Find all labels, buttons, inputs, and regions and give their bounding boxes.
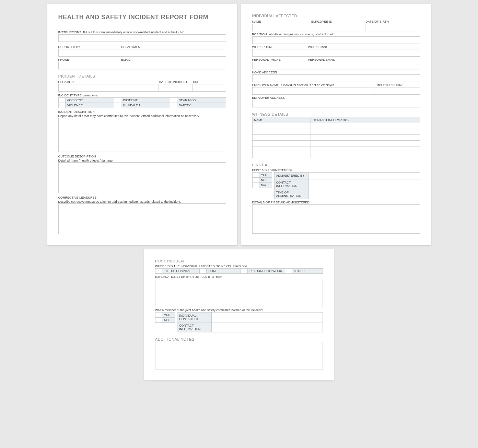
- personal-email-input[interactable]: [308, 62, 420, 69]
- employer-address-input[interactable]: [252, 100, 420, 107]
- firstaid-details-input[interactable]: [252, 204, 420, 234]
- reported-by-input[interactable]: [58, 49, 121, 57]
- table-row: [252, 146, 420, 152]
- where-option-work[interactable]: RETURNED TO WORK: [241, 268, 285, 274]
- firstaid-details-label: DETAILS OF FIRST AID ADMINISTERED: [252, 201, 420, 204]
- employer-name-label: EMPLOYER NAME if individual affected is …: [252, 83, 375, 87]
- firstaid-options: YES NO N/A: [252, 172, 272, 199]
- table-row: [252, 123, 420, 129]
- work-email-label: WORK EMAIL: [308, 45, 420, 49]
- incident-type-grid: ACCIDENT INCIDENT NEAR MISS VIOLENCE ILL…: [58, 97, 226, 108]
- location-input[interactable]: [58, 84, 159, 92]
- reported-by-label: REPORTED BY: [58, 45, 121, 49]
- time-input[interactable]: [193, 84, 226, 92]
- witness-table: NAMECONTACT INFORMATION: [252, 117, 420, 158]
- committee-options: YES NO: [155, 312, 175, 332]
- firstaid-admin-by-input[interactable]: [309, 173, 420, 179]
- additional-notes-heading: ADDITIONAL NOTES: [155, 337, 323, 341]
- table-row: [252, 141, 420, 146]
- firstaid-contact-input[interactable]: [309, 179, 420, 189]
- where-option-hospital[interactable]: TO THE HOSPITAL: [155, 268, 200, 274]
- witness-name-cell[interactable]: [252, 141, 311, 146]
- page-3: POST INCIDENT WHERE DID THE INDIVIDUAL A…: [144, 249, 334, 380]
- incident-type-option[interactable]: SAFETY: [170, 103, 226, 108]
- witness-contact-cell[interactable]: [311, 146, 420, 152]
- table-row: [252, 152, 420, 158]
- committee-contact-input[interactable]: [212, 322, 323, 332]
- phone-input[interactable]: [58, 62, 121, 69]
- email-input[interactable]: [121, 62, 226, 69]
- employee-id-input[interactable]: [311, 24, 365, 31]
- page-1: HEALTH AND SAFETY INCIDENT REPORT FORM I…: [47, 4, 237, 245]
- dob-input[interactable]: [365, 24, 420, 31]
- incident-details-heading: INCIDENT DETAILS: [58, 74, 226, 78]
- incident-type-option[interactable]: INCIDENT: [114, 97, 170, 103]
- work-email-input[interactable]: [308, 49, 420, 57]
- committee-option-no[interactable]: NO: [155, 318, 175, 323]
- explanation-label: EXPLANATION / FURTHER DETAILS IF OTHER: [155, 275, 323, 279]
- form-title: HEALTH AND SAFETY INCIDENT REPORT FORM: [58, 14, 226, 21]
- committee-contact-label: CONTACT INFORMATION: [177, 322, 212, 332]
- incident-type-option[interactable]: ILL HEALTH: [114, 103, 170, 108]
- witness-col-name: NAME: [252, 117, 311, 123]
- witness-name-cell[interactable]: [252, 146, 311, 152]
- personal-email-label: PERSONAL EMAIL: [308, 58, 420, 61]
- witness-contact-cell[interactable]: [311, 152, 420, 158]
- witness-contact-cell[interactable]: [311, 141, 420, 146]
- committee-question: Was a member of the joint health and saf…: [155, 308, 323, 312]
- department-input[interactable]: [121, 49, 226, 57]
- location-label: LOCATION: [58, 80, 159, 84]
- incident-type-option[interactable]: VIOLENCE: [58, 103, 115, 108]
- firstaid-option-no[interactable]: NO: [252, 178, 272, 183]
- work-phone-input[interactable]: [252, 49, 308, 57]
- page-2: INDIVIDUAL AFFECTED NAME EMPLOYEE ID DAT…: [241, 4, 431, 245]
- where-option-home[interactable]: HOME: [199, 268, 241, 274]
- employer-name-input[interactable]: [252, 87, 375, 95]
- firstaid-time-input[interactable]: [309, 189, 420, 199]
- where-next-options: TO THE HOSPITAL HOME RETURNED TO WORK OT…: [155, 268, 323, 274]
- witness-name-cell[interactable]: [252, 152, 311, 158]
- corrective-input[interactable]: [58, 203, 226, 234]
- instructions-input[interactable]: [58, 34, 226, 42]
- incident-desc-label: INCIDENT DESCRIPTION: [58, 110, 226, 114]
- incident-type-option[interactable]: NEAR MISS: [170, 97, 226, 103]
- explanation-input[interactable]: [155, 279, 323, 307]
- post-incident-heading: POST INCIDENT: [155, 259, 323, 263]
- firstaid-heading: FIRST AID: [252, 163, 420, 167]
- time-label: TIME: [193, 80, 226, 84]
- incident-desc-input[interactable]: [58, 118, 226, 152]
- personal-phone-label: PERSONAL PHONE: [252, 58, 308, 61]
- witness-name-cell[interactable]: [252, 123, 311, 129]
- home-address-input[interactable]: [252, 74, 420, 82]
- firstaid-contact-label: CONTACT INFORMATION: [275, 179, 309, 189]
- position-input[interactable]: [252, 36, 420, 44]
- email-label: EMAIL: [121, 58, 226, 61]
- firstaid-option-yes[interactable]: YES: [252, 172, 272, 178]
- witness-contact-cell[interactable]: [311, 135, 420, 141]
- committee-individual-input[interactable]: [212, 313, 323, 322]
- name-label: NAME: [252, 20, 312, 23]
- individual-heading: INDIVIDUAL AFFECTED: [252, 14, 420, 18]
- where-option-other[interactable]: OTHER: [285, 268, 323, 274]
- outcome-label: OUTCOME DESCRIPTION: [58, 155, 226, 158]
- witness-contact-cell[interactable]: [311, 129, 420, 135]
- employer-address-label: EMPLOYER ADDRESS: [252, 96, 420, 99]
- personal-phone-input[interactable]: [252, 62, 308, 69]
- firstaid-fields: ADMINISTERED BY CONTACT INFORMATION TIME…: [274, 172, 420, 199]
- outcome-input[interactable]: [58, 162, 226, 193]
- committee-individual-label: INDIVIDUAL CONTACTED: [177, 313, 212, 322]
- incident-type-option[interactable]: ACCIDENT: [58, 97, 115, 103]
- employer-phone-input[interactable]: [374, 87, 420, 95]
- phone-label: PHONE: [58, 58, 121, 61]
- firstaid-option-na[interactable]: N/A: [252, 183, 272, 188]
- outcome-hint: Detail all harm / health effects / damag…: [58, 159, 226, 162]
- name-input[interactable]: [252, 24, 312, 31]
- where-next-label: WHERE DID THE INDIVIDUAL AFFECTED GO NEX…: [155, 264, 323, 268]
- witness-contact-cell[interactable]: [311, 123, 420, 129]
- committee-option-yes[interactable]: YES: [155, 312, 175, 318]
- witness-name-cell[interactable]: [252, 129, 311, 135]
- date-incident-input[interactable]: [159, 84, 193, 92]
- additional-notes-input[interactable]: [155, 342, 323, 369]
- corrective-label: CORRECTIVE MEASURES: [58, 196, 226, 199]
- witness-name-cell[interactable]: [252, 135, 311, 141]
